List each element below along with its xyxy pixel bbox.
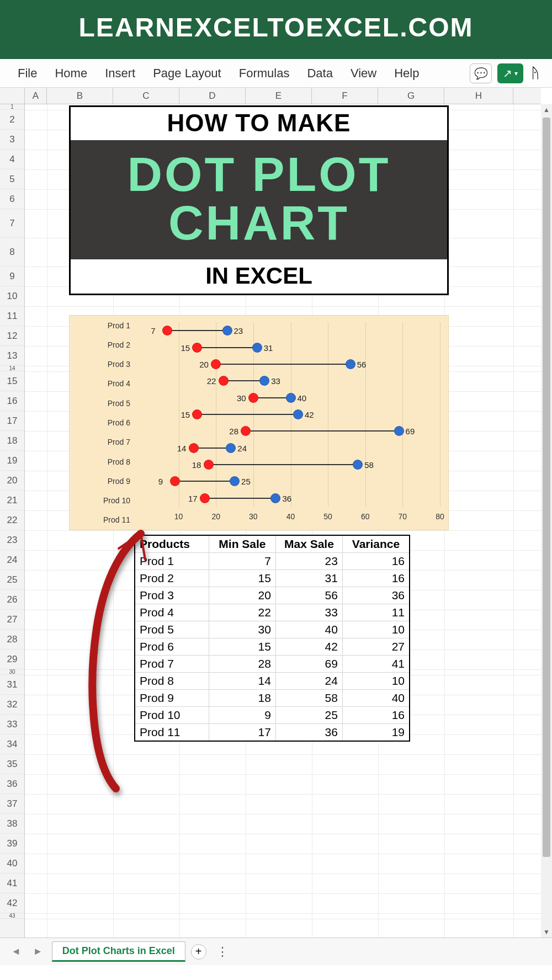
table-cell[interactable]: 23 — [276, 553, 343, 569]
row-header-15[interactable]: 15 — [0, 371, 24, 391]
chart-max-dot[interactable] — [346, 359, 355, 369]
col-header-A[interactable]: A — [25, 88, 47, 104]
table-cell[interactable]: Prod 2 — [135, 570, 209, 587]
chart-min-dot[interactable] — [189, 443, 199, 453]
table-cell[interactable]: Prod 1 — [135, 553, 209, 569]
chart-min-dot[interactable] — [192, 343, 202, 353]
col-header-F[interactable]: F — [312, 88, 378, 104]
row-header-34[interactable]: 34 — [0, 734, 24, 754]
chart-min-dot[interactable] — [192, 409, 202, 419]
table-cell[interactable]: 7 — [209, 553, 276, 569]
table-cell[interactable]: 16 — [343, 570, 409, 587]
table-cell[interactable]: 28 — [209, 656, 276, 672]
ribbon-tab-formulas[interactable]: Formulas — [231, 63, 298, 84]
ribbon-tab-view[interactable]: View — [343, 63, 384, 84]
row-header-21[interactable]: 21 — [0, 491, 24, 510]
table-cell[interactable]: 24 — [276, 673, 343, 689]
col-header-D[interactable]: D — [179, 88, 246, 104]
chart-max-dot[interactable] — [286, 393, 296, 403]
table-cell[interactable]: 33 — [276, 604, 343, 621]
row-header-23[interactable]: 23 — [0, 530, 24, 550]
comments-button[interactable]: 💬 — [470, 63, 492, 83]
table-row[interactable]: Prod 172316 — [135, 553, 409, 570]
col-header-B[interactable]: B — [47, 88, 113, 104]
table-row[interactable]: Prod 4223311 — [135, 604, 409, 621]
row-header-37[interactable]: 37 — [0, 794, 24, 814]
col-header-H[interactable]: H — [444, 88, 513, 104]
chart-max-dot[interactable] — [259, 376, 269, 386]
row-header-25[interactable]: 25 — [0, 570, 24, 590]
table-row[interactable]: Prod 11173619 — [135, 724, 409, 741]
table-cell[interactable]: 9 — [209, 707, 276, 723]
row-header-14[interactable]: 14 — [0, 366, 24, 371]
chart-max-dot[interactable] — [293, 409, 303, 419]
row-header-17[interactable]: 17 — [0, 411, 24, 431]
chart-min-dot[interactable] — [248, 393, 258, 403]
sheet-menu-button[interactable]: ⋮ — [212, 945, 233, 959]
row-header-32[interactable]: 32 — [0, 695, 24, 715]
table-cell[interactable]: 40 — [276, 621, 343, 638]
table-cell[interactable]: 41 — [343, 656, 409, 672]
table-cell[interactable]: 36 — [343, 587, 409, 604]
row-header-43[interactable]: 43 — [0, 913, 24, 919]
row-header-6[interactable]: 6 — [0, 189, 24, 209]
row-header-3[interactable]: 3 — [0, 130, 24, 150]
col-header-C[interactable]: C — [113, 88, 179, 104]
sheet-tab-active[interactable]: Dot Plot Charts in Excel — [52, 941, 185, 962]
spreadsheet-grid[interactable]: ABCDEFGH 1234567891011121314151617181920… — [0, 88, 552, 965]
row-header-39[interactable]: 39 — [0, 834, 24, 854]
table-cell[interactable]: 58 — [276, 690, 343, 706]
row-header-4[interactable]: 4 — [0, 150, 24, 169]
table-cell[interactable]: 15 — [209, 638, 276, 655]
ribbon-tab-home[interactable]: Home — [47, 63, 95, 84]
table-cell[interactable]: 20 — [209, 587, 276, 604]
account-button[interactable]: ᚤ — [529, 65, 542, 82]
chart-min-dot[interactable] — [204, 460, 214, 470]
sheet-nav-next[interactable]: ► — [30, 946, 46, 957]
row-header-1[interactable]: 1 — [0, 104, 24, 110]
chart-max-dot[interactable] — [230, 476, 240, 486]
row-header-5[interactable]: 5 — [0, 169, 24, 189]
sheet-nav-prev[interactable]: ◄ — [8, 946, 24, 957]
add-sheet-button[interactable]: + — [191, 944, 206, 960]
col-header-E[interactable]: E — [246, 88, 312, 104]
table-cell[interactable]: 25 — [276, 707, 343, 723]
table-cell[interactable]: 30 — [209, 621, 276, 638]
ribbon-tab-page-layout[interactable]: Page Layout — [145, 63, 229, 84]
table-cell[interactable]: 69 — [276, 656, 343, 672]
table-cell[interactable]: 17 — [209, 724, 276, 741]
chart-max-dot[interactable] — [222, 326, 232, 335]
table-cell[interactable]: 22 — [209, 604, 276, 621]
row-header-19[interactable]: 19 — [0, 451, 24, 471]
table-cell[interactable]: Prod 6 — [135, 638, 209, 655]
table-cell[interactable]: Prod 5 — [135, 621, 209, 638]
row-header-7[interactable]: 7 — [0, 209, 24, 238]
row-header-10[interactable]: 10 — [0, 286, 24, 306]
chart-min-dot[interactable] — [170, 476, 180, 486]
vertical-scrollbar[interactable]: ▲ ▼ — [541, 104, 552, 938]
row-header-36[interactable]: 36 — [0, 774, 24, 794]
row-header-12[interactable]: 12 — [0, 326, 24, 346]
row-header-11[interactable]: 11 — [0, 306, 24, 326]
table-cell[interactable]: Prod 7 — [135, 656, 209, 672]
chart-min-dot[interactable] — [211, 359, 221, 369]
table-cell[interactable]: 14 — [209, 673, 276, 689]
chart-max-dot[interactable] — [270, 493, 280, 503]
chart-max-dot[interactable] — [252, 343, 262, 353]
chart-min-dot[interactable] — [241, 426, 251, 436]
ribbon-tab-data[interactable]: Data — [299, 63, 340, 84]
table-cell[interactable]: Prod 11 — [135, 724, 209, 741]
scroll-down-icon[interactable]: ▼ — [542, 926, 551, 938]
row-headers[interactable]: 1234567891011121314151617181920212223242… — [0, 104, 25, 938]
table-row[interactable]: Prod 8142410 — [135, 673, 409, 690]
table-row[interactable]: Prod 7286941 — [135, 656, 409, 673]
table-cell[interactable]: 15 — [209, 570, 276, 587]
ribbon-tab-file[interactable]: File — [10, 63, 45, 84]
chart-max-dot[interactable] — [353, 460, 363, 470]
table-cell[interactable]: 10 — [343, 621, 409, 638]
table-cell[interactable]: 10 — [343, 673, 409, 689]
row-header-42[interactable]: 42 — [0, 893, 24, 913]
ribbon-tab-help[interactable]: Help — [386, 63, 427, 84]
share-button[interactable]: ↗▾ — [497, 63, 523, 83]
column-headers[interactable]: ABCDEFGH — [0, 88, 541, 104]
